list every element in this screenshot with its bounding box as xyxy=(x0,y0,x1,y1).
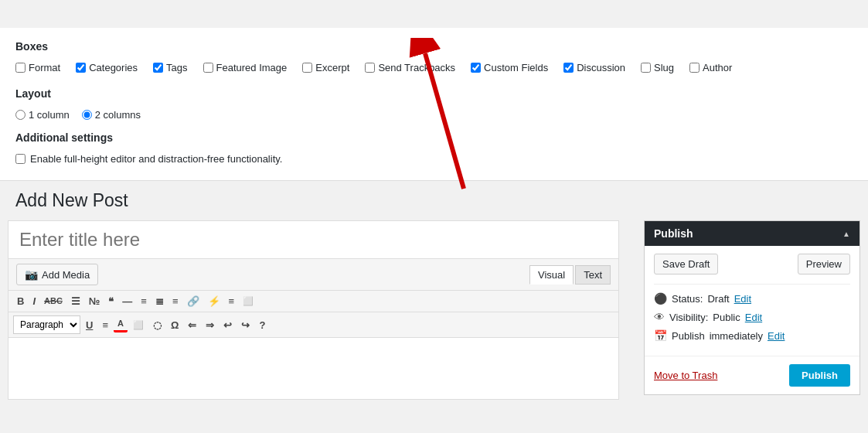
horizontal-rule-button[interactable]: — xyxy=(118,294,136,309)
indent-button[interactable]: ⇒ xyxy=(202,318,218,332)
align-center-button[interactable]: ≣ xyxy=(151,294,168,309)
fullscreen-button[interactable]: ⬜ xyxy=(239,295,257,308)
help-button[interactable]: ? xyxy=(255,318,269,332)
status-edit-link[interactable]: Edit xyxy=(734,293,751,305)
boxes-row: Format Categories Tags Featured Image xyxy=(15,62,853,73)
checkbox-custom-fields-input[interactable] xyxy=(471,63,481,73)
boxes-title: Boxes xyxy=(15,40,853,53)
layout-row: 1 column 2 columns xyxy=(15,109,853,121)
screen-options-panel: Boxes Format Categories Tags xyxy=(0,28,868,181)
editor-toolbar-row1: B I ABC ☰ № ❝ — ≡ ≣ ≡ 🔗 ⚡ ≡ ⬜ xyxy=(8,291,619,312)
layout-section: Layout 1 column 2 columns xyxy=(15,87,853,121)
bold-button[interactable]: B xyxy=(13,294,28,309)
editor-toolbar-row2: Paragraph U ≡ A ⬜ ◌ Ω ⇐ ⇒ ↩ ↪ ? xyxy=(8,312,619,338)
checkbox-send-trackbacks-input[interactable] xyxy=(365,63,375,73)
publish-time-edit-link[interactable]: Edit xyxy=(768,330,785,342)
justify-button[interactable]: ≡ xyxy=(98,318,112,332)
tab-visual[interactable]: Visual xyxy=(529,265,574,285)
unordered-list-button[interactable]: ☰ xyxy=(67,294,84,309)
checkbox-excerpt-input[interactable] xyxy=(302,63,312,73)
publish-button[interactable]: Publish xyxy=(789,364,850,387)
page-title: Add New Post xyxy=(8,190,860,211)
save-draft-button[interactable]: Save Draft xyxy=(654,254,718,274)
enable-fullheight-text: Enable full-height editor and distractio… xyxy=(30,153,282,165)
publish-footer: Move to Trash Publish xyxy=(645,356,859,394)
checkbox-format-input[interactable] xyxy=(15,63,26,73)
tab-text[interactable]: Text xyxy=(575,265,611,285)
checkbox-slug[interactable]: Slug xyxy=(641,62,674,73)
checkbox-slug-input[interactable] xyxy=(641,63,651,73)
strikethrough-button[interactable]: ABC xyxy=(40,295,66,308)
layout-1col[interactable]: 1 column xyxy=(15,109,70,121)
publish-box: Publish ▲ Save Draft Preview ⚫ Status: xyxy=(644,220,860,395)
underline-button[interactable]: U xyxy=(82,318,97,332)
text-color-button[interactable]: A xyxy=(114,317,128,332)
checkbox-author[interactable]: Author xyxy=(689,62,732,73)
checkbox-send-trackbacks[interactable]: Send Trackbacks xyxy=(365,62,455,73)
layout-1col-radio[interactable] xyxy=(15,110,26,120)
layout-title: Layout xyxy=(15,87,853,100)
add-media-bar: 📷 Add Media Visual Text xyxy=(8,259,619,291)
outdent-button[interactable]: ⇐ xyxy=(184,318,200,332)
additional-settings-title: Additional settings xyxy=(15,131,853,144)
visibility-edit-link[interactable]: Edit xyxy=(745,312,762,323)
visibility-value: Public xyxy=(713,312,740,323)
checkbox-tags[interactable]: Tags xyxy=(153,62,187,73)
editor-tabs: Visual Text xyxy=(529,265,611,285)
layout-2col-radio[interactable] xyxy=(82,110,92,120)
checkbox-tags-input[interactable] xyxy=(153,63,163,73)
publish-meta: ⚫ Status: Draft Edit 👁 Visibility: Publi… xyxy=(654,284,850,342)
publish-actions: Save Draft Preview xyxy=(654,254,850,274)
publish-time-label: Publish xyxy=(672,330,705,342)
schedule-icon: 📅 xyxy=(654,329,667,342)
boxes-section: Boxes Format Categories Tags xyxy=(15,40,853,73)
align-left-button[interactable]: ≡ xyxy=(137,294,151,309)
publish-time-value: immediately xyxy=(710,330,763,342)
preview-button[interactable]: Preview xyxy=(798,254,850,274)
publish-body: Save Draft Preview ⚫ Status: Draft Edit xyxy=(645,246,859,356)
add-media-button[interactable]: 📷 Add Media xyxy=(16,264,98,285)
paragraph-select[interactable]: Paragraph xyxy=(13,315,80,334)
enable-fullheight-label[interactable]: Enable full-height editor and distractio… xyxy=(15,153,853,165)
publish-header: Publish ▲ xyxy=(645,221,859,246)
publish-title: Publish xyxy=(654,227,693,240)
checkbox-featured-image[interactable]: Featured Image xyxy=(203,62,288,73)
checkbox-categories-input[interactable] xyxy=(76,63,86,73)
link-button[interactable]: 🔗 xyxy=(183,294,203,309)
add-media-label: Add Media xyxy=(42,269,90,281)
special-char-button[interactable]: Ω xyxy=(167,318,182,332)
publish-sidebar: Publish ▲ Save Draft Preview ⚫ Status: xyxy=(644,220,860,400)
visibility-row: 👁 Visibility: Public Edit xyxy=(654,311,850,323)
status-icon: ⚫ xyxy=(654,292,667,305)
layout-2col[interactable]: 2 columns xyxy=(82,109,141,121)
paste-text-button[interactable]: ⬜ xyxy=(129,319,148,332)
more-tag-button[interactable]: ≡ xyxy=(225,294,239,309)
additional-settings-section: Additional settings Enable full-height e… xyxy=(15,131,853,165)
add-media-icon: 📷 xyxy=(25,268,38,281)
checkbox-format[interactable]: Format xyxy=(15,62,60,73)
status-row: ⚫ Status: Draft Edit xyxy=(654,292,850,305)
redo-button[interactable]: ↪ xyxy=(237,318,254,332)
checkbox-discussion-input[interactable] xyxy=(563,63,574,73)
checkbox-categories[interactable]: Categories xyxy=(76,62,138,73)
enable-fullheight-checkbox[interactable] xyxy=(15,154,26,164)
align-right-button[interactable]: ≡ xyxy=(168,294,182,309)
clear-format-button[interactable]: ◌ xyxy=(149,318,165,332)
editor-body[interactable] xyxy=(8,338,619,400)
move-to-trash-button[interactable]: Move to Trash xyxy=(654,370,717,381)
post-title-input[interactable] xyxy=(8,220,619,259)
publish-time-row: 📅 Publish immediately Edit xyxy=(654,329,850,342)
checkbox-author-input[interactable] xyxy=(689,63,700,73)
italic-button[interactable]: I xyxy=(29,294,39,309)
undo-button[interactable]: ↩ xyxy=(220,318,236,332)
checkbox-discussion[interactable]: Discussion xyxy=(563,62,625,73)
checkbox-custom-fields[interactable]: Custom Fields xyxy=(471,62,548,73)
ordered-list-button[interactable]: № xyxy=(85,294,104,309)
checkbox-featured-image-input[interactable] xyxy=(203,63,213,73)
editor-area: 📷 Add Media Visual Text B I ABC ☰ № ❝ xyxy=(8,220,619,400)
visibility-label: Visibility: xyxy=(669,312,708,323)
unlink-button[interactable]: ⚡ xyxy=(204,294,224,309)
status-value: Draft xyxy=(707,293,729,305)
blockquote-button[interactable]: ❝ xyxy=(104,294,117,309)
checkbox-excerpt[interactable]: Excerpt xyxy=(302,62,349,73)
